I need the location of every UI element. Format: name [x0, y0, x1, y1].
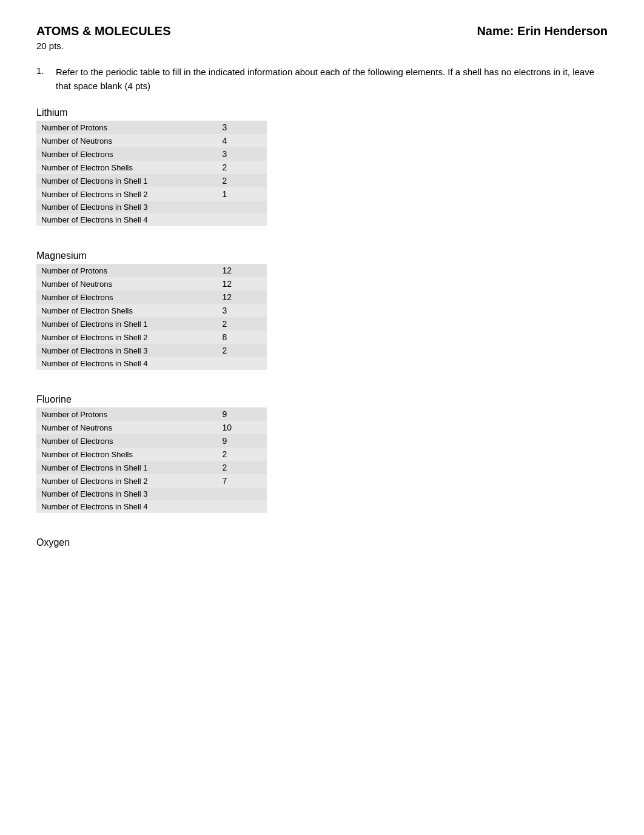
table-row: Number of Neutrons12 [36, 277, 267, 290]
table-row: Number of Protons12 [36, 264, 267, 277]
row-value: 2 [213, 174, 267, 187]
row-value: 2 [213, 344, 267, 357]
row-value [213, 201, 267, 213]
question-number: 1. [36, 65, 49, 76]
row-label: Number of Electron Shells [36, 304, 213, 317]
table-row: Number of Electron Shells2 [36, 448, 267, 461]
table-row: Number of Electrons in Shell 12 [36, 317, 267, 330]
row-label: Number of Electrons [36, 434, 213, 448]
row-value: 2 [213, 461, 267, 474]
table-row: Number of Protons3 [36, 121, 267, 134]
row-label: Number of Electrons in Shell 3 [36, 344, 213, 357]
row-value: 3 [213, 304, 267, 317]
element-table-lithium: Number of Protons3Number of Neutrons4Num… [36, 121, 267, 226]
table-row: Number of Electrons in Shell 3 [36, 488, 267, 500]
row-value: 3 [213, 121, 267, 134]
student-name: Name: Erin Henderson [477, 24, 608, 38]
row-value: 4 [213, 134, 267, 147]
row-value [213, 500, 267, 513]
table-row: Number of Electrons in Shell 3 [36, 201, 267, 213]
header-left: ATOMS & MOLECULES 20 pts. [36, 24, 404, 51]
row-value: 2 [213, 448, 267, 461]
row-value: 12 [213, 290, 267, 304]
row-label: Number of Electrons in Shell 1 [36, 317, 213, 330]
element-section-magnesium: MagnesiumNumber of Protons12Number of Ne… [36, 250, 267, 370]
row-value: 12 [213, 264, 267, 277]
row-label: Number of Electron Shells [36, 161, 213, 174]
element-name-fluorine: Fluorine [36, 394, 267, 406]
row-value: 9 [213, 407, 267, 421]
table-row: Number of Protons9 [36, 407, 267, 421]
element-name-magnesium: Magnesium [36, 250, 267, 263]
table-row: Number of Electrons in Shell 28 [36, 330, 267, 344]
element-section-lithium: LithiumNumber of Protons3Number of Neutr… [36, 107, 267, 226]
table-row: Number of Electrons in Shell 4 [36, 213, 267, 226]
row-value: 10 [213, 421, 267, 434]
row-label: Number of Electron Shells [36, 448, 213, 461]
table-row: Number of Neutrons4 [36, 134, 267, 147]
table-row: Number of Electrons in Shell 27 [36, 474, 267, 488]
element-name-oxygen: Oxygen [36, 537, 267, 549]
table-row: Number of Electrons12 [36, 290, 267, 304]
row-label: Number of Electrons in Shell 2 [36, 474, 213, 488]
row-label: Number of Protons [36, 407, 213, 421]
row-label: Number of Electrons in Shell 2 [36, 187, 213, 201]
table-row: Number of Electrons in Shell 4 [36, 357, 267, 370]
row-value [213, 213, 267, 226]
table-row: Number of Electrons in Shell 4 [36, 500, 267, 513]
elements-container: LithiumNumber of Protons3Number of Neutr… [36, 107, 608, 549]
row-label: Number of Electrons [36, 290, 213, 304]
points-label: 20 pts. [36, 41, 404, 51]
row-value [213, 488, 267, 500]
row-value: 2 [213, 317, 267, 330]
table-row: Number of Neutrons10 [36, 421, 267, 434]
table-row: Number of Electrons9 [36, 434, 267, 448]
element-table-magnesium: Number of Protons12Number of Neutrons12N… [36, 264, 267, 370]
row-value: 12 [213, 277, 267, 290]
element-section-fluorine: FluorineNumber of Protons9Number of Neut… [36, 394, 267, 513]
element-table-fluorine: Number of Protons9Number of Neutrons10Nu… [36, 407, 267, 513]
table-row: Number of Electrons3 [36, 147, 267, 161]
row-label: Number of Electrons in Shell 2 [36, 330, 213, 344]
table-row: Number of Electrons in Shell 32 [36, 344, 267, 357]
row-label: Number of Protons [36, 264, 213, 277]
table-row: Number of Electrons in Shell 12 [36, 461, 267, 474]
question-1: 1. Refer to the periodic table to fill i… [36, 65, 608, 93]
row-label: Number of Electrons in Shell 4 [36, 357, 213, 370]
table-row: Number of Electrons in Shell 12 [36, 174, 267, 187]
row-value: 7 [213, 474, 267, 488]
question-text: Refer to the periodic table to fill in t… [56, 65, 608, 93]
row-value: 1 [213, 187, 267, 201]
row-label: Number of Protons [36, 121, 213, 134]
row-label: Number of Electrons in Shell 1 [36, 461, 213, 474]
page-header: ATOMS & MOLECULES 20 pts. Name: Erin Hen… [36, 24, 608, 51]
row-value: 9 [213, 434, 267, 448]
element-section-oxygen: Oxygen [36, 537, 267, 549]
row-label: Number of Electrons in Shell 4 [36, 213, 213, 226]
table-row: Number of Electron Shells3 [36, 304, 267, 317]
row-label: Number of Neutrons [36, 134, 213, 147]
row-value [213, 357, 267, 370]
row-label: Number of Electrons in Shell 1 [36, 174, 213, 187]
row-label: Number of Neutrons [36, 421, 213, 434]
row-value: 2 [213, 161, 267, 174]
element-name-lithium: Lithium [36, 107, 267, 119]
row-label: Number of Electrons [36, 147, 213, 161]
row-label: Number of Electrons in Shell 4 [36, 500, 213, 513]
row-label: Number of Neutrons [36, 277, 213, 290]
page-title: ATOMS & MOLECULES [36, 24, 404, 38]
row-label: Number of Electrons in Shell 3 [36, 488, 213, 500]
row-value: 3 [213, 147, 267, 161]
table-row: Number of Electrons in Shell 21 [36, 187, 267, 201]
row-label: Number of Electrons in Shell 3 [36, 201, 213, 213]
table-row: Number of Electron Shells2 [36, 161, 267, 174]
row-value: 8 [213, 330, 267, 344]
